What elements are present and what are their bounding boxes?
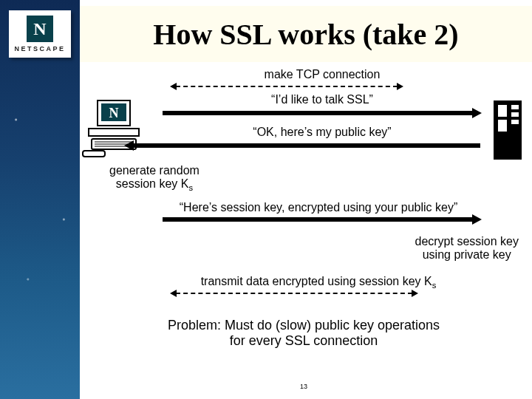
- svg-text:N: N: [109, 106, 119, 120]
- diagram-area: N make TCP connection “I’d like to talk …: [81, 68, 526, 393]
- gen-key-line2: session key Ks: [109, 177, 200, 192]
- step-generate-key: generate random session key Ks: [109, 164, 200, 192]
- step-send-key-label: “Here’s session key, encrypted using you…: [126, 201, 511, 214]
- svg-rect-10: [498, 105, 507, 117]
- title-band: How SSL works (take 2): [80, 6, 532, 62]
- step-client-hello-label: “I’d like to talk SSL”: [170, 93, 474, 106]
- gen-key-line1: generate random: [109, 164, 200, 177]
- arrow-transmit-bidir: [176, 293, 412, 294]
- problem-statement: Problem: Must do (slow) public key opera…: [81, 318, 526, 349]
- step-decrypt-key: decrypt session key using private key: [415, 235, 519, 262]
- step-tcp-label: make TCP connection: [170, 68, 474, 81]
- step-transmit-label: transmit data encrypted using session ke…: [126, 275, 511, 290]
- step-server-reply-label: “OK, here’s my public key”: [170, 126, 474, 139]
- decrypt-line1: decrypt session key: [415, 235, 519, 248]
- client-computer-icon: N: [81, 99, 149, 163]
- svg-rect-12: [511, 105, 519, 109]
- server-icon: [489, 99, 526, 163]
- decrypt-line2: using private key: [415, 248, 519, 262]
- page-number: 13: [81, 383, 526, 390]
- svg-rect-11: [498, 120, 507, 132]
- arrow-server-to-client-1: [133, 143, 480, 148]
- problem-line2: for every SSL connection: [81, 333, 526, 349]
- problem-line1: Problem: Must do (slow) public key opera…: [81, 318, 526, 333]
- svg-rect-3: [89, 129, 139, 136]
- slide-title: How SSL works (take 2): [153, 17, 458, 52]
- logo-text: NETSCAPE: [14, 45, 65, 52]
- arrow-client-to-server-2: [163, 217, 473, 222]
- logo-mark: N: [27, 16, 53, 42]
- arrow-client-to-server-1: [163, 111, 473, 115]
- svg-rect-14: [511, 120, 519, 124]
- svg-rect-8: [83, 151, 105, 157]
- arrow-tcp-bidir: [176, 86, 398, 87]
- netscape-logo: N NETSCAPE: [9, 10, 71, 58]
- decorative-sidebar: [0, 0, 80, 399]
- svg-rect-13: [511, 112, 519, 117]
